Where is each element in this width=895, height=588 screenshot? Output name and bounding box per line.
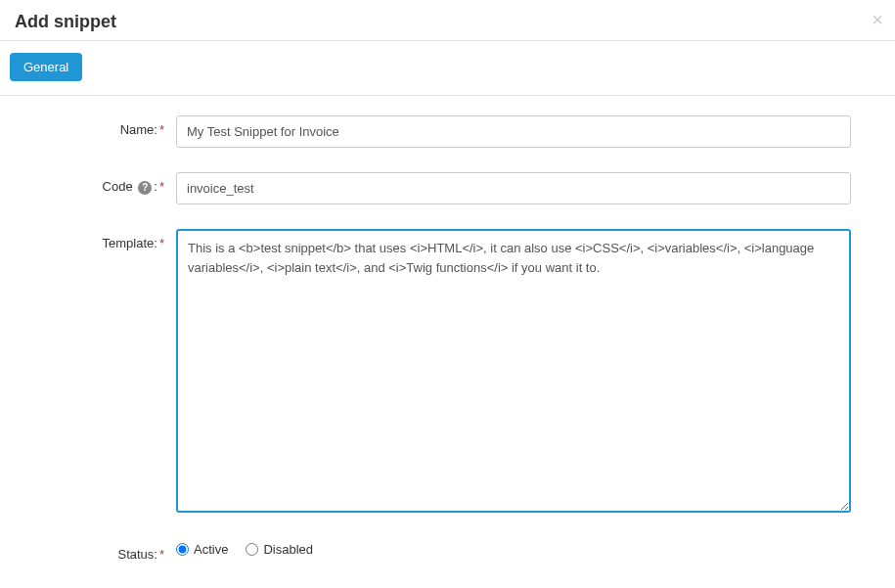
code-input[interactable] <box>176 172 851 204</box>
row-name: Name:* <box>10 115 851 148</box>
status-disabled-label: Disabled <box>263 542 313 557</box>
required-indicator: * <box>159 122 164 137</box>
status-active-label: Active <box>194 542 228 557</box>
modal-header: Add snippet × <box>0 0 895 41</box>
close-icon[interactable]: × <box>872 10 883 29</box>
add-snippet-modal: Add snippet × General Name:* Code ?:* <box>0 0 895 588</box>
name-input[interactable] <box>176 115 851 148</box>
help-icon[interactable]: ? <box>138 181 152 195</box>
required-indicator: * <box>159 179 164 194</box>
status-active-option[interactable]: Active <box>176 542 228 557</box>
template-textarea[interactable] <box>176 229 851 513</box>
status-label: Status:* <box>10 540 176 562</box>
status-disabled-radio[interactable] <box>246 543 258 556</box>
name-label: Name:* <box>10 115 176 137</box>
status-disabled-option[interactable]: Disabled <box>246 542 313 557</box>
form: Name:* Code ?:* Template:* <box>0 96 895 588</box>
tab-general[interactable]: General <box>10 53 82 81</box>
modal-title: Add snippet <box>15 12 880 32</box>
required-indicator: * <box>159 547 164 562</box>
row-code: Code ?:* <box>10 172 851 204</box>
template-label: Template:* <box>10 229 176 250</box>
tab-bar: General <box>0 41 895 96</box>
row-template: Template:* <box>10 229 851 516</box>
row-status: Status:* Active Disabled <box>10 540 851 562</box>
status-active-radio[interactable] <box>176 543 189 556</box>
required-indicator: * <box>159 236 164 250</box>
status-radio-group: Active Disabled <box>176 540 851 557</box>
code-label: Code ?:* <box>10 172 176 195</box>
